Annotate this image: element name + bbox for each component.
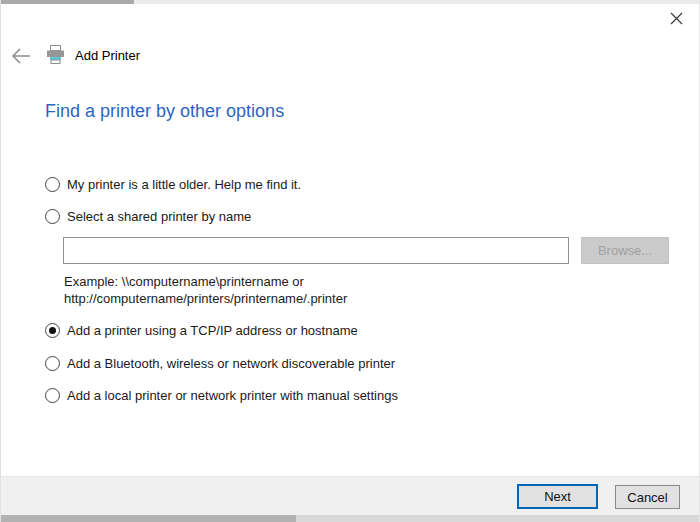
radio-option-tcpip[interactable]: Add a printer using a TCP/IP address or … bbox=[45, 323, 358, 338]
dialog-title: Add Printer bbox=[75, 48, 140, 63]
radio-circle bbox=[45, 356, 60, 371]
radio-circle bbox=[45, 209, 60, 224]
example-text: Example: \\computername\printername or h… bbox=[64, 273, 347, 307]
radio-option-shared-printer[interactable]: Select a shared printer by name bbox=[45, 209, 251, 224]
browse-button[interactable]: Browse... bbox=[581, 237, 669, 264]
cancel-button[interactable]: Cancel bbox=[615, 485, 680, 509]
close-icon bbox=[669, 11, 684, 30]
radio-label: My printer is a little older. Help me fi… bbox=[67, 177, 301, 192]
printer-icon bbox=[45, 44, 66, 67]
radio-label: Add a printer using a TCP/IP address or … bbox=[67, 323, 358, 338]
next-button[interactable]: Next bbox=[517, 484, 598, 509]
radio-label: Select a shared printer by name bbox=[67, 209, 251, 224]
top-edge-strip-light bbox=[134, 0, 700, 4]
example-line-2: http://computername/printers/printername… bbox=[64, 290, 347, 307]
back-arrow-icon[interactable] bbox=[11, 46, 31, 66]
radio-label: Add a local printer or network printer w… bbox=[67, 388, 398, 403]
radio-option-bluetooth-wireless[interactable]: Add a Bluetooth, wireless or network dis… bbox=[45, 356, 395, 371]
page-title: Find a printer by other options bbox=[45, 101, 284, 122]
radio-option-local-manual[interactable]: Add a local printer or network printer w… bbox=[45, 388, 398, 403]
top-edge-strip-dark bbox=[1, 0, 134, 4]
shared-printer-name-input[interactable] bbox=[63, 237, 569, 264]
close-button[interactable] bbox=[665, 9, 687, 31]
radio-label: Add a Bluetooth, wireless or network dis… bbox=[67, 356, 395, 371]
bottom-edge-strip-dark bbox=[1, 515, 296, 522]
radio-circle bbox=[45, 388, 60, 403]
radio-circle-selected bbox=[45, 323, 60, 338]
example-line-1: Example: \\computername\printername or bbox=[64, 273, 347, 290]
footer-bar: Next Cancel bbox=[1, 476, 700, 515]
wizard-header: Add Printer bbox=[11, 44, 140, 67]
radio-circle bbox=[45, 177, 60, 192]
bottom-edge-strip-light bbox=[296, 515, 700, 522]
add-printer-dialog: Add Printer Find a printer by other opti… bbox=[0, 0, 700, 522]
radio-option-older-printer[interactable]: My printer is a little older. Help me fi… bbox=[45, 177, 301, 192]
